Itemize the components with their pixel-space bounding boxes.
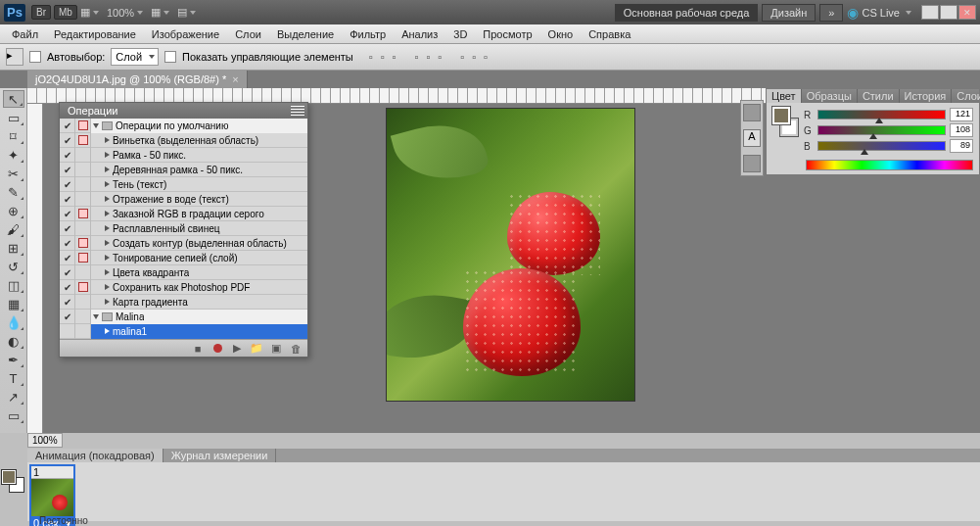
panel-menu-icon[interactable] (291, 106, 304, 116)
eyedropper-tool[interactable]: ✎ (3, 183, 24, 201)
action-item[interactable]: ✔Сохранить как Photoshop PDF (60, 280, 307, 295)
menu-filter[interactable]: Фильтр (342, 26, 394, 42)
type-tool[interactable]: T (3, 369, 24, 387)
action-item[interactable]: ✔Виньетка (выделенная область) (60, 133, 307, 148)
gradient-tool[interactable]: ▦ (3, 295, 24, 312)
doctab-close-icon[interactable]: × (232, 73, 238, 85)
action-set-custom[interactable]: ✔Malina (60, 310, 307, 324)
brush-tool[interactable]: 🖌 (3, 220, 24, 238)
action-set-default[interactable]: ✔Операции по умолчанию (60, 119, 307, 133)
value-r[interactable]: 121 (950, 108, 973, 121)
workspace-primary-button[interactable]: Основная рабочая среда (615, 4, 759, 22)
heal-tool[interactable]: ⊕ (3, 202, 24, 219)
close-button[interactable]: ✕ (958, 5, 976, 20)
play-icon[interactable]: ▶ (231, 343, 243, 355)
document-image[interactable] (386, 108, 635, 402)
trash-icon[interactable]: 🗑 (290, 343, 302, 355)
slider-g[interactable]: G108 (804, 122, 973, 138)
tab-measure-log[interactable]: Журнал измерении (163, 449, 277, 462)
eraser-tool[interactable]: ◫ (3, 276, 24, 294)
toolbox: ↖ ▭ ⌑ ✦ ✂ ✎ ⊕ 🖌 ⊞ ↺ ◫ ▦ 💧 ◐ ✒ T ↗ ▭ (0, 88, 27, 433)
tab-layers[interactable]: Слои (952, 89, 980, 103)
minimize-button[interactable]: ─ (921, 5, 939, 20)
collapsed-panel-icon[interactable] (743, 155, 761, 172)
slider-b[interactable]: B89 (804, 138, 973, 154)
menu-analysis[interactable]: Анализ (394, 26, 445, 42)
menu-window[interactable]: Окно (540, 26, 582, 42)
menu-view[interactable]: Просмотр (475, 26, 539, 42)
record-icon[interactable] (211, 343, 223, 355)
status-zoom[interactable]: 100% (27, 433, 63, 448)
action-item[interactable]: ✔Рамка - 50 пикс. (60, 148, 307, 163)
cslive-button[interactable]: ◉CS Live (847, 5, 911, 21)
view-extras-drop[interactable]: ▦ (80, 6, 99, 19)
minibridge-button[interactable]: Mb (54, 5, 77, 20)
actions-tab[interactable]: Операции (60, 103, 307, 119)
action-item[interactable]: ✔Деревянная рамка - 50 пикс. (60, 163, 307, 177)
action-item[interactable]: ✔Карта градиента (60, 295, 307, 310)
zoom-level-drop[interactable]: 100% (107, 7, 143, 19)
tab-swatches[interactable]: Образцы (802, 89, 858, 103)
action-item[interactable]: ✔Заказной RGB в градации серого (60, 207, 307, 221)
shape-tool[interactable]: ▭ (3, 406, 24, 424)
move-tool[interactable]: ↖ (3, 90, 24, 108)
wand-tool[interactable]: ✦ (3, 146, 24, 164)
collapsed-panel-icon[interactable]: A (743, 129, 761, 147)
action-item-selected[interactable]: malina1 (60, 324, 307, 339)
menu-layers[interactable]: Слои (227, 26, 269, 42)
autoselect-checkbox[interactable] (29, 51, 41, 63)
workspace-secondary-button[interactable]: Дизайн (762, 4, 816, 22)
value-b[interactable]: 89 (950, 139, 973, 153)
color-fgbg[interactable] (772, 107, 798, 136)
action-item[interactable]: ✔Цвета квадранта (60, 265, 307, 280)
bridge-button[interactable]: Br (31, 5, 51, 20)
menu-3d[interactable]: 3D (445, 26, 475, 42)
action-label: Карта градиента (113, 297, 188, 308)
action-item[interactable]: ✔Расплавленный свинец (60, 221, 307, 236)
new-set-icon[interactable]: 📁 (251, 343, 262, 355)
show-controls-checkbox[interactable] (164, 51, 176, 63)
restore-button[interactable]: ❐ (940, 5, 957, 20)
color-swatch[interactable] (2, 470, 23, 492)
stop-icon[interactable]: ■ (192, 343, 204, 355)
menu-file[interactable]: Файл (4, 26, 46, 42)
tab-styles[interactable]: Стили (858, 89, 900, 103)
screen-mode-drop[interactable]: ▤ (177, 6, 196, 19)
crop-tool[interactable]: ✂ (3, 165, 24, 182)
menu-image[interactable]: Изображение (144, 26, 227, 42)
menu-select[interactable]: Выделение (269, 26, 342, 42)
action-label: Тонирование сепией (слой) (113, 253, 238, 263)
autoselect-combo[interactable]: Слой (111, 48, 159, 66)
path-tool[interactable]: ↗ (3, 388, 24, 406)
menu-edit[interactable]: Редактирование (46, 26, 144, 42)
color-spectrum[interactable] (806, 160, 973, 170)
menu-help[interactable]: Справка (581, 26, 638, 42)
pen-tool[interactable]: ✒ (3, 351, 24, 368)
stamp-tool[interactable]: ⊞ (3, 239, 24, 257)
arrange-drop[interactable]: ▦ (151, 6, 169, 19)
value-g[interactable]: 108 (950, 123, 973, 137)
dodge-tool[interactable]: ◐ (3, 332, 24, 350)
action-label: Тень (текст) (113, 179, 166, 190)
history-brush-tool[interactable]: ↺ (3, 258, 24, 275)
loop-mode[interactable]: Постоянно (39, 515, 88, 526)
collapsed-panel-strip: A (740, 100, 764, 176)
blur-tool[interactable]: 💧 (3, 313, 24, 331)
tab-animation[interactable]: Анимация (покадровая) (27, 449, 163, 462)
tab-history[interactable]: История (900, 89, 953, 103)
slider-r[interactable]: R121 (804, 107, 973, 122)
align-icons[interactable]: ▫▫▫ ▫▫▫ ▫▫▫ (369, 51, 495, 63)
current-tool-icon[interactable]: ▸ (6, 48, 23, 66)
new-action-icon[interactable]: ▣ (270, 343, 282, 355)
tab-color[interactable]: Цвет (767, 89, 802, 103)
action-item[interactable]: ✔Отражение в воде (текст) (60, 192, 307, 207)
collapsed-panel-icon[interactable] (743, 104, 761, 121)
marquee-tool[interactable]: ▭ (3, 109, 24, 126)
actions-list: ✔Операции по умолчанию ✔Виньетка (выделе… (60, 119, 307, 339)
action-item[interactable]: ✔Тонирование сепией (слой) (60, 251, 307, 265)
document-tab[interactable]: jO2Q4UD8U1A.jpg @ 100% (RGB/8#) *× (27, 71, 248, 88)
action-item[interactable]: ✔Создать контур (выделенная область) (60, 236, 307, 251)
workspace-more-button[interactable]: » (819, 4, 843, 22)
lasso-tool[interactable]: ⌑ (3, 127, 24, 145)
action-item[interactable]: ✔Тень (текст) (60, 177, 307, 192)
